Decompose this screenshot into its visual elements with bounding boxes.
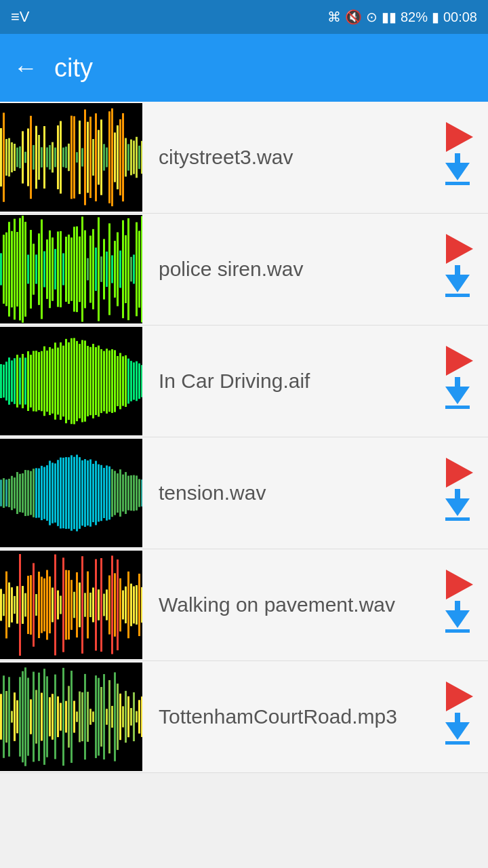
file-list: citystreet3.wavpolice siren.wavIn Car Dr… — [0, 102, 488, 773]
play-icon — [446, 570, 473, 599]
download-icon-stem — [455, 713, 460, 722]
download-button[interactable] — [441, 384, 474, 418]
app-bar: ← city — [0, 34, 488, 102]
download-icon-arrow — [445, 498, 470, 516]
file-name: tension.wav — [142, 481, 441, 505]
file-name: citystreet3.wav — [142, 146, 441, 169]
waveform-canvas — [0, 439, 142, 547]
list-item: TottenhamCourtRoad.mp3 — [0, 661, 488, 773]
waveform-canvas — [0, 551, 142, 659]
download-button[interactable] — [441, 161, 474, 195]
item-actions — [441, 568, 488, 642]
play-icon — [446, 682, 473, 711]
play-button[interactable] — [441, 120, 474, 154]
list-item: police siren.wav — [0, 214, 488, 326]
list-item: In Car Driving.aif — [0, 326, 488, 437]
play-icon — [446, 346, 473, 376]
list-item: tension.wav — [0, 437, 488, 549]
page-title: city — [54, 54, 93, 83]
battery-text: 82% — [401, 9, 428, 25]
waveform-thumbnail — [0, 439, 142, 547]
download-icon-base — [445, 182, 470, 185]
download-icon-base — [445, 741, 470, 745]
waveform-canvas — [0, 663, 142, 771]
item-actions — [441, 456, 488, 530]
download-icon-stem — [455, 265, 460, 275]
list-item: Walking on pavement.wav — [0, 549, 488, 661]
waveform-canvas — [0, 327, 142, 435]
list-item: citystreet3.wav — [0, 102, 488, 214]
waveform-canvas — [0, 103, 142, 212]
play-button[interactable] — [441, 344, 474, 378]
status-bar-right: ⌘ 🔇 ⊙ ▮▮ 82% ▮ 00:08 — [327, 9, 477, 25]
download-icon-stem — [455, 489, 460, 498]
play-icon — [446, 234, 473, 264]
play-icon — [446, 458, 473, 488]
status-bar: ≡V ⌘ 🔇 ⊙ ▮▮ 82% ▮ 00:08 — [0, 0, 488, 34]
wifi-icon: ⊙ — [366, 9, 378, 25]
item-actions — [441, 232, 488, 307]
file-name: TottenhamCourtRoad.mp3 — [142, 705, 441, 728]
mute-icon: 🔇 — [345, 9, 362, 25]
download-icon-arrow — [445, 275, 470, 292]
play-button[interactable] — [441, 679, 474, 713]
battery-icon: ▮ — [432, 9, 439, 25]
waveform-canvas — [0, 215, 142, 323]
download-button[interactable] — [441, 608, 474, 642]
download-icon-arrow — [445, 163, 470, 180]
download-icon-arrow — [445, 387, 470, 404]
download-button[interactable] — [441, 496, 474, 530]
download-button[interactable] — [441, 273, 474, 307]
download-icon-base — [445, 406, 470, 409]
play-button[interactable] — [441, 456, 474, 490]
waveform-thumbnail — [0, 663, 142, 771]
file-name: Walking on pavement.wav — [142, 593, 441, 616]
waveform-thumbnail — [0, 551, 142, 659]
download-icon-arrow — [445, 610, 470, 628]
download-icon-base — [445, 629, 470, 633]
time-text: 00:08 — [443, 9, 477, 25]
waveform-thumbnail — [0, 327, 142, 435]
file-name: In Car Driving.aif — [142, 370, 441, 393]
download-icon-stem — [455, 601, 460, 610]
waveform-thumbnail — [0, 103, 142, 212]
play-button[interactable] — [441, 568, 474, 601]
file-name: police siren.wav — [142, 258, 441, 281]
play-icon — [446, 122, 473, 152]
download-button[interactable] — [441, 720, 474, 754]
signal-icon: ▮▮ — [382, 9, 396, 25]
item-actions — [441, 120, 488, 195]
download-icon-stem — [455, 377, 460, 387]
bluetooth-icon: ⌘ — [327, 9, 341, 25]
back-button[interactable]: ← — [14, 54, 38, 82]
status-bar-left-icon: ≡V — [11, 8, 30, 26]
download-icon-arrow — [445, 722, 470, 740]
waveform-thumbnail — [0, 215, 142, 323]
item-actions — [441, 344, 488, 418]
download-icon-base — [445, 517, 470, 521]
play-button[interactable] — [441, 232, 474, 266]
item-actions — [441, 679, 488, 754]
download-icon-stem — [455, 153, 460, 163]
download-icon-base — [445, 294, 470, 297]
